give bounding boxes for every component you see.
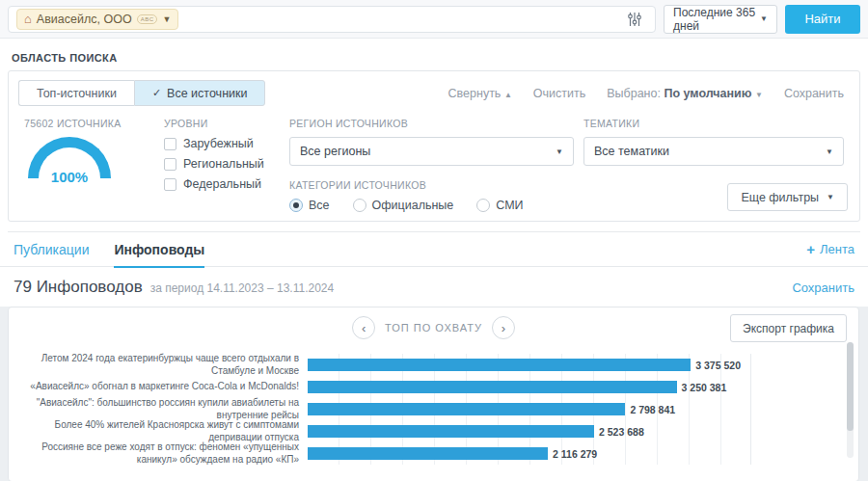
search-area-section: ОБЛАСТЬ ПОИСКА Топ-источники ✓ Все источ… bbox=[0, 39, 868, 232]
region-select-value: Все регионы bbox=[300, 145, 370, 158]
checkbox-label: Зарубежный bbox=[183, 137, 254, 150]
chart-title: ТОП ПО ОХВАТУ bbox=[385, 322, 482, 334]
tab-top-sources-label: Топ-источники bbox=[37, 87, 117, 100]
chart-prev-button[interactable]: ‹ bbox=[352, 316, 375, 339]
bar-category-label[interactable]: «Авиасейлс» обогнал в маркетинге Coca-Co… bbox=[9, 381, 308, 393]
export-chart-button[interactable]: Экспорт графика bbox=[730, 314, 847, 342]
bar-plot: 3 375 520 bbox=[308, 354, 751, 376]
tab-publications[interactable]: Публикации bbox=[14, 232, 89, 267]
category-radio-официальные[interactable]: Официальные bbox=[353, 199, 454, 212]
radio-label: СМИ bbox=[496, 199, 523, 212]
check-icon: ✓ bbox=[152, 87, 161, 99]
chart-header: ‹ ТОП ПО ОХВАТУ › Экспорт графика bbox=[9, 316, 858, 345]
radio-icon[interactable] bbox=[353, 199, 366, 212]
chevron-down-icon: ▼ bbox=[755, 91, 763, 99]
bar-value-label: 3 250 381 bbox=[682, 382, 727, 393]
categories-radio-group: ВсеОфициальныеСМИ bbox=[289, 199, 583, 212]
checkbox-icon[interactable] bbox=[164, 138, 176, 150]
bar[interactable] bbox=[308, 381, 677, 393]
company-chip[interactable]: ⌂ Авиасейлс, ООО ABC ▼ bbox=[16, 9, 178, 30]
tab-newsbreaks[interactable]: Инфоповоды bbox=[114, 232, 204, 267]
checkbox-icon[interactable] bbox=[164, 178, 176, 191]
bar-category-label[interactable]: Более 40% жителей Красноярска живут с си… bbox=[9, 419, 308, 443]
bar-value-label: 3 375 520 bbox=[695, 360, 741, 371]
bar-plot: 3 250 381 bbox=[308, 376, 751, 398]
add-feed-label: Лента bbox=[820, 242, 854, 256]
level-checkbox-региональный[interactable]: Региональный bbox=[164, 157, 289, 171]
more-filters-button[interactable]: Еще фильтры ▼ bbox=[727, 183, 848, 211]
tab-top-sources[interactable]: Топ-источники bbox=[18, 80, 134, 106]
bar[interactable] bbox=[308, 425, 594, 438]
search-area-card: Топ-источники ✓ Все источники Свернуть ▲… bbox=[8, 70, 860, 222]
save-scope-link[interactable]: Сохранить bbox=[784, 87, 844, 100]
bar[interactable] bbox=[308, 447, 548, 460]
results-period: за период 14.11.2023 – 13.11.2024 bbox=[150, 281, 334, 295]
clear-link[interactable]: Очистить bbox=[533, 87, 585, 100]
chevron-down-icon: ▼ bbox=[162, 14, 171, 24]
chart-scrollbar-thumb[interactable] bbox=[847, 342, 854, 431]
chart-row: Летом 2024 года екатеринбуржцы чаще всег… bbox=[9, 354, 858, 376]
tab-all-sources-label: Все источники bbox=[167, 87, 247, 100]
chart-card: ‹ ТОП ПО ОХВАТУ › Экспорт графика Летом … bbox=[8, 307, 859, 481]
topics-label: ТЕМАТИКИ bbox=[583, 118, 844, 129]
topics-select[interactable]: Все тематики ▼ bbox=[583, 137, 844, 166]
bar-category-label[interactable]: "Авиасейлс": большинство россиян купили … bbox=[9, 397, 308, 421]
checkbox-label: Федеральный bbox=[183, 177, 261, 191]
period-select[interactable]: Последние 365 дней ▼ bbox=[664, 5, 777, 34]
bar-plot: 2 523 688 bbox=[308, 420, 751, 442]
bar-category-label[interactable]: Летом 2024 года екатеринбуржцы чаще всег… bbox=[9, 353, 308, 377]
bar-category-label[interactable]: Россияне все реже ходят в отпуск: феноме… bbox=[9, 441, 308, 466]
chevron-down-icon: ▼ bbox=[556, 147, 563, 156]
selected-preset-dropdown[interactable]: Выбрано: По умолчанию ▼ bbox=[607, 87, 763, 100]
period-select-value: Последние 365 дней bbox=[673, 6, 760, 33]
radio-icon[interactable] bbox=[476, 199, 490, 212]
results-count-title: 79 Инфоповодов bbox=[14, 278, 143, 297]
add-feed-button[interactable]: + Лента bbox=[806, 241, 854, 257]
bar-plot: 2 798 841 bbox=[308, 398, 751, 420]
search-button[interactable]: Найти bbox=[785, 5, 860, 34]
levels-block: УРОВНИ ЗарубежныйРегиональныйФедеральный bbox=[164, 118, 289, 212]
region-label: РЕГИОН ИСТОЧНИКОВ bbox=[289, 118, 583, 129]
sources-count-label: 75602 ИСТОЧНИКА bbox=[24, 118, 164, 129]
chart-row: Более 40% жителей Красноярска живут с си… bbox=[9, 420, 858, 442]
chart-row: "Авиасейлс": большинство россиян купили … bbox=[9, 398, 858, 420]
search-area-title: ОБЛАСТЬ ПОИСКА bbox=[8, 46, 860, 70]
category-radio-сми[interactable]: СМИ bbox=[476, 199, 523, 212]
plus-icon: + bbox=[806, 241, 815, 257]
selected-value: По умолчанию bbox=[664, 87, 751, 100]
company-chip-label: Авиасейлс, ООО bbox=[37, 13, 132, 26]
level-checkbox-зарубежный[interactable]: Зарубежный bbox=[164, 137, 289, 150]
topbar: ⌂ Авиасейлс, ООО ABC ▼ Последние 365 дне… bbox=[0, 0, 868, 39]
tab-all-sources[interactable]: ✓ Все источники bbox=[134, 80, 266, 106]
chart-next-button[interactable]: › bbox=[492, 316, 515, 339]
chevron-down-icon: ▼ bbox=[826, 147, 833, 156]
search-query-input[interactable]: ⌂ Авиасейлс, ООО ABC ▼ bbox=[8, 6, 656, 33]
checkbox-label: Региональный bbox=[183, 157, 264, 171]
query-settings-button[interactable] bbox=[622, 9, 647, 30]
home-icon: ⌂ bbox=[24, 13, 32, 25]
gauge-percent-label: 100% bbox=[51, 169, 88, 185]
save-results-link[interactable]: Сохранить bbox=[792, 281, 854, 295]
region-select[interactable]: Все регионы ▼ bbox=[289, 137, 574, 166]
sources-gauge: 100% bbox=[28, 137, 111, 181]
collapse-link[interactable]: Свернуть ▲ bbox=[448, 87, 512, 100]
bar-value-label: 2 798 841 bbox=[630, 404, 675, 415]
checkbox-icon[interactable] bbox=[164, 158, 176, 171]
chart-body: Летом 2024 года екатеринбуржцы чаще всег… bbox=[9, 354, 858, 465]
radio-icon[interactable] bbox=[289, 199, 303, 212]
chevron-down-icon: ▼ bbox=[827, 193, 834, 201]
bar-value-label: 2 523 688 bbox=[599, 426, 644, 438]
bar-plot: 2 116 279 bbox=[308, 442, 751, 465]
chart-scrollbar[interactable] bbox=[847, 342, 854, 458]
category-radio-все[interactable]: Все bbox=[289, 199, 330, 212]
selected-label: Выбрано: bbox=[607, 87, 661, 100]
search-area-actions: Свернуть ▲ Очистить Выбрано: По умолчани… bbox=[448, 87, 844, 100]
levels-list: ЗарубежныйРегиональныйФедеральный bbox=[164, 137, 289, 191]
bar[interactable] bbox=[308, 403, 625, 415]
categories-label: КАТЕГОРИИ ИСТОЧНИКОВ bbox=[289, 179, 583, 191]
content-tabs: Публикации Инфоповоды + Лента bbox=[0, 232, 868, 267]
radio-label: Официальные bbox=[372, 199, 454, 212]
level-checkbox-федеральный[interactable]: Федеральный bbox=[164, 177, 289, 191]
chevron-up-icon: ▲ bbox=[504, 91, 512, 99]
bar[interactable] bbox=[308, 359, 691, 371]
